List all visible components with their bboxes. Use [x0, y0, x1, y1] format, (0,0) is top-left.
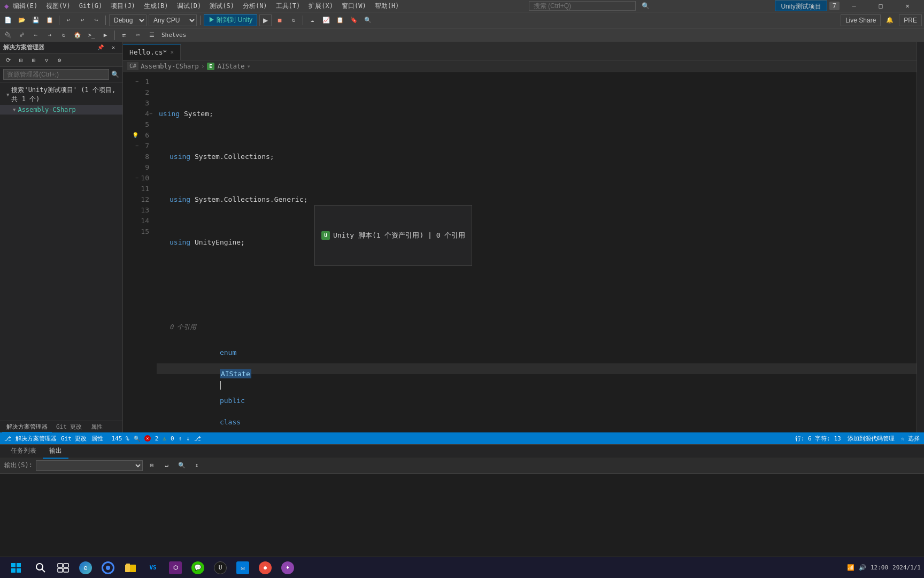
- stop-btn[interactable]: ■: [274, 14, 286, 26]
- attach-unity-btn[interactable]: ▶ 附到到 Unity: [204, 14, 257, 26]
- open-btn[interactable]: 📂: [16, 14, 28, 26]
- fold-1[interactable]: −: [149, 109, 152, 119]
- menu-debug[interactable]: 调试(D): [173, 0, 206, 12]
- status-git[interactable]: Git 更改: [61, 435, 87, 443]
- panel-pin-btn[interactable]: 📌: [95, 42, 106, 54]
- terminal-btn[interactable]: >_: [86, 29, 97, 41]
- home-btn[interactable]: 🏠: [72, 29, 83, 41]
- pre-btn[interactable]: PRE: [899, 14, 922, 26]
- menu-help[interactable]: 帮助(H): [371, 0, 404, 12]
- bookmark-btn[interactable]: 🔖: [348, 14, 360, 26]
- save-btn[interactable]: 💾: [30, 14, 42, 26]
- find-btn[interactable]: 🔍: [362, 14, 374, 26]
- autocomplete-item-1[interactable]: U Unity 脚本(1 个资产引用) | 0 个引用: [315, 229, 472, 242]
- solution-search-input[interactable]: [3, 69, 109, 80]
- sync-btn[interactable]: ⟳: [2, 54, 14, 66]
- code-line-7[interactable]: − public class Hello : MonoBehaviour: [157, 428, 917, 432]
- run3-btn[interactable]: ▶: [99, 29, 111, 41]
- code-line-5[interactable]: [157, 280, 917, 291]
- cut-btn[interactable]: ✂: [132, 29, 144, 41]
- explorer-btn[interactable]: [120, 558, 141, 577]
- refresh-btn[interactable]: ↻: [58, 29, 70, 41]
- select-btn[interactable]: ☆ 选择: [901, 435, 920, 443]
- unity-taskbar-btn[interactable]: U: [210, 558, 231, 577]
- search-input-title[interactable]: [529, 1, 636, 11]
- code-line-2[interactable]: using System.Collections;: [157, 151, 917, 162]
- output-tab[interactable]: 输出: [43, 444, 68, 459]
- solution-mgr-btn[interactable]: 🔌: [2, 29, 14, 41]
- breadcrumb-dropdown[interactable]: ▾: [247, 63, 250, 70]
- output-scroll-btn[interactable]: ↕: [191, 460, 203, 471]
- fold-7[interactable]: −: [149, 428, 152, 432]
- code-line-1[interactable]: − using System;: [157, 109, 917, 119]
- left-tab-props[interactable]: 属性: [87, 422, 107, 432]
- up-nav-btn[interactable]: ↑: [179, 435, 182, 442]
- maximize-btn[interactable]: □: [868, 0, 893, 12]
- code-content[interactable]: − using System; using System.Collections…: [152, 72, 917, 432]
- platform-select[interactable]: Any CPU: [149, 14, 197, 26]
- output-select[interactable]: [36, 460, 143, 471]
- vs-btn[interactable]: ⬡: [165, 558, 186, 577]
- code-line-3[interactable]: using System.Collections.Generic;: [157, 194, 917, 205]
- output-wrap-btn[interactable]: ↵: [161, 460, 173, 471]
- gear-btn[interactable]: ⚙: [53, 54, 65, 66]
- mail-btn[interactable]: ✉: [232, 558, 253, 577]
- back-nav-btn[interactable]: ←: [30, 29, 42, 41]
- left-tab-git[interactable]: Git 更改: [52, 422, 87, 432]
- menu-view[interactable]: 视图(V): [42, 0, 75, 12]
- bookmark2-btn[interactable]: ☰: [146, 29, 158, 41]
- show-all-btn[interactable]: ⊞: [28, 54, 40, 66]
- breadcrumb-class[interactable]: AIState: [218, 63, 245, 70]
- output-find-btn[interactable]: 🔍: [176, 460, 188, 471]
- menu-extensions[interactable]: 扩展(X): [304, 0, 337, 12]
- down-nav-btn[interactable]: ↓: [186, 435, 190, 442]
- menu-tools[interactable]: 工具(T): [272, 0, 305, 12]
- edge-btn[interactable]: e: [75, 558, 96, 577]
- code-line-6[interactable]: enum AIState: [157, 363, 917, 374]
- restart-btn[interactable]: ↻: [288, 14, 299, 26]
- left-tab-solution[interactable]: 解决方案管理器: [2, 422, 52, 432]
- collapse-all-btn[interactable]: ⊟: [15, 54, 27, 66]
- close-btn[interactable]: ✕: [895, 0, 920, 12]
- publish-btn[interactable]: ☁: [306, 14, 318, 26]
- live-share-btn[interactable]: Live Share: [841, 14, 881, 26]
- git-btn[interactable]: ☍: [16, 29, 28, 41]
- app-extra2[interactable]: ♦: [277, 558, 298, 577]
- forward-nav-btn[interactable]: →: [44, 29, 56, 41]
- save-all-btn[interactable]: 📋: [44, 14, 56, 26]
- menu-build[interactable]: 生成(B): [140, 0, 173, 12]
- output-clear-btn[interactable]: ⊟: [146, 460, 158, 471]
- status-solution-mgr[interactable]: 解决方案管理器: [16, 435, 57, 443]
- menu-test[interactable]: 测试(S): [205, 0, 238, 12]
- undo2-btn[interactable]: ↩: [76, 14, 88, 26]
- menu-edit[interactable]: 编辑(E): [9, 0, 42, 12]
- minimize-btn[interactable]: —: [842, 0, 866, 12]
- run-btn2[interactable]: ▶: [259, 14, 272, 26]
- chrome-btn[interactable]: [97, 558, 119, 577]
- format-btn[interactable]: ⇄: [118, 29, 130, 41]
- lightbulb-icon[interactable]: 💡: [132, 130, 138, 141]
- task-list-tab[interactable]: 任务列表: [4, 444, 43, 459]
- start-menu-btn[interactable]: [3, 558, 29, 577]
- tab-close-btn[interactable]: ✕: [170, 49, 174, 56]
- redo-btn[interactable]: ↪: [90, 14, 102, 26]
- task-view-btn[interactable]: [52, 558, 74, 577]
- assembly-csharp-node[interactable]: ▼ Assembly-CSharp: [0, 105, 122, 115]
- status-props[interactable]: 属性: [91, 435, 103, 443]
- undo-btn[interactable]: ↩: [63, 14, 74, 26]
- profile-btn[interactable]: 📈: [320, 14, 332, 26]
- notifications-btn[interactable]: 🔔: [884, 14, 896, 26]
- menu-git[interactable]: Git(G): [75, 1, 106, 11]
- debug-config-select[interactable]: Debug: [109, 14, 147, 26]
- more-btn[interactable]: Shelves: [160, 29, 188, 41]
- menu-window[interactable]: 窗口(W): [337, 0, 371, 12]
- unity-project-btn[interactable]: Unity测试项目: [775, 1, 827, 11]
- app-extra1[interactable]: ●: [255, 558, 276, 577]
- breadcrumb-assembly[interactable]: Assembly-CSharp: [141, 63, 198, 70]
- menu-project[interactable]: 项目(J): [106, 0, 140, 12]
- search-btn[interactable]: [30, 558, 51, 577]
- hello-cs-tab[interactable]: Hello.cs* ✕: [123, 44, 181, 60]
- menu-analyze[interactable]: 分析(N): [238, 0, 272, 12]
- panel-close-btn[interactable]: ✕: [107, 42, 119, 54]
- new-file-btn[interactable]: 📄: [2, 14, 14, 26]
